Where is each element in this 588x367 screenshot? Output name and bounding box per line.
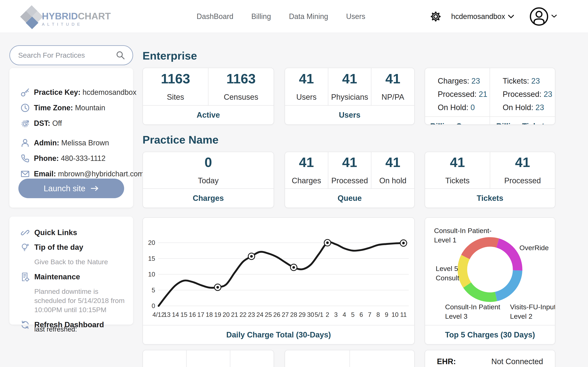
stat-value: 41 [515,156,530,169]
svg-text:5/1: 5/1 [315,311,323,318]
maintenance-text: Planned downtime is scheduled for 5/14/2… [34,287,126,314]
stat-label: Physicians [331,93,368,101]
maintenance-icon [20,272,30,282]
nav-item-dashboard[interactable]: DashBoard [197,12,233,21]
launch-site-button[interactable]: Launch site [18,179,124,198]
svg-text:30: 30 [307,311,314,318]
stat-label: On hold [379,176,406,185]
search-icon[interactable] [116,50,125,60]
dashboard-screen: HYBRIDCHART ALTITUDE DashBoard Billing D… [0,0,588,367]
svg-text:11: 11 [400,311,407,318]
stat-value: 41 [342,72,357,85]
settings-gear-icon[interactable] [431,12,441,21]
tip-of-day-text: Give Back to the Nature [34,257,126,267]
kv-value: 23 [471,77,480,85]
ehr-label: EHR: [437,357,456,366]
billing-tickets-col: Tickets: 23 Processed: 23 On Hold: 23 [490,68,555,117]
admin-row: Admin: Melissa Brown [20,138,126,148]
info-label: Email: [34,170,56,178]
info-value: Mountain [75,104,105,112]
stat-label: Charges [292,176,321,185]
svg-text:6: 6 [360,311,363,318]
stat-value: 1163 [226,72,256,85]
info-label: Time Zone: [34,104,73,112]
svg-text:22: 22 [240,311,246,318]
brand-subtitle: ALTITUDE [42,22,111,27]
stat-value: 41 [342,156,357,169]
stat-label: Users [296,93,316,101]
billing-queues-footer-link[interactable]: Billing Queues [425,117,490,125]
nav-item-users[interactable]: Users [346,12,365,21]
stat-value: 1163 [161,72,190,85]
phone-icon [20,154,30,163]
charges-card: 0 Today Charges [143,152,274,208]
person-icon [20,138,30,148]
ehr-status-value: Not Connected [492,357,543,366]
kv-label: Tickets: [503,77,529,85]
info-value: mbrown@hybridchart.com [58,170,144,178]
kv-label: On Hold: [503,103,533,112]
svg-text:10: 10 [148,271,155,278]
svg-text:4: 4 [343,311,346,318]
billing-tickets-footer-link[interactable]: Billing Tickets [490,117,555,125]
account-name: hcdemosandbox [451,12,505,21]
kv-label: Processed: [438,90,476,99]
donut-label: Visits-FU-Input Level 2 [510,302,555,321]
avatar-chevron-down-icon[interactable] [551,14,557,19]
stat-cell: 41 Processed [490,152,555,188]
practice-search [9,45,133,65]
donut-chart-title: Top 5 Charges (30 Days) [425,325,555,344]
account-dropdown[interactable]: hcdemosandbox [451,12,514,21]
stat-value: 41 [385,156,400,169]
svg-text:13: 13 [164,311,171,318]
billing-card: Charges: 23 Processed: 21 On Hold: 0 Tic… [425,68,555,125]
enterprise-heading: Enterprise [143,49,197,62]
kv-label: Charges: [438,77,469,85]
tickets-footer-link[interactable]: Tickets [425,188,555,208]
search-input[interactable] [18,51,116,59]
svg-text:7: 7 [368,311,371,318]
svg-text:8: 8 [376,311,380,318]
svg-text:24: 24 [256,311,263,318]
stat-cell: 41 Physicians [328,68,372,105]
svg-text:5: 5 [152,287,155,294]
practice-key-row: Practice Key: hcdemosandbox [20,88,126,97]
stat-cell: 1163 Censuses [208,68,274,105]
donut-chart: Consult-In Patient-Level 1 OverRide Visi… [425,218,555,325]
stat-cell: 41 On hold [371,152,414,188]
stat-cell: 41 Users [285,68,328,105]
stat-cell: 41 [187,350,230,367]
user-avatar[interactable] [530,7,548,26]
users-footer-link[interactable]: Users [285,105,414,124]
brand-logo[interactable]: HYBRIDCHART ALTITUDE [11,5,97,28]
svg-text:16: 16 [189,311,196,318]
donut-label: OverRide [519,243,555,252]
charges-footer-link[interactable]: Charges [143,188,274,208]
queue-footer-link[interactable]: Queue [285,188,414,208]
stat-cell: 1163 Sites [143,68,208,105]
refresh-icon [20,320,30,329]
quick-links-item[interactable]: Quick Links [20,228,126,237]
tickets-card: 41 Tickets 41 Processed Tickets [425,152,555,208]
info-label: DST: [34,119,50,127]
active-footer-link[interactable]: Active [143,105,274,124]
svg-text:9: 9 [385,311,388,318]
info-label: Practice Key: [34,88,80,96]
brand-wordmark: HYBRIDCHART ALTITUDE [42,11,111,27]
svg-text:0: 0 [152,302,155,309]
brand-primary: HYBRID [42,11,78,21]
info-value: 480-333-1112 [61,154,105,162]
stat-label: Tickets [445,176,470,185]
svg-text:23: 23 [248,311,255,318]
svg-text:27: 27 [282,311,289,318]
dst-clock-icon [20,119,30,128]
donut-label: Consult-In Patient-Level 1 [434,226,499,245]
nav-item-billing[interactable]: Billing [251,12,271,21]
stat-value: 41 [299,156,314,169]
nav-item-data-mining[interactable]: Data Mining [289,12,328,21]
kv-label: Processed: [503,90,541,99]
main-nav: DashBoard Billing Data Mining Users [197,0,365,33]
svg-text:25: 25 [265,311,272,318]
stat-cell: 41 [285,350,350,367]
kv-value: 23 [544,90,552,99]
